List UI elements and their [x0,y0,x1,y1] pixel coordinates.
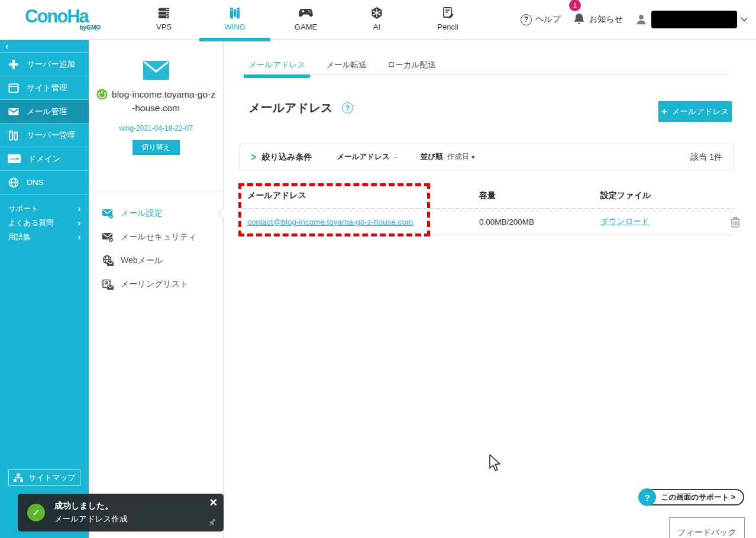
account-menu[interactable] [635,11,748,28]
submenu-item-mail-security[interactable]: メールセキュリティ [89,225,223,249]
power-status-icon [96,89,108,100]
nav-label: GAME [270,22,341,31]
sidebar-item-domain[interactable]: .com ドメイン [0,147,89,171]
submenu-item-label: メーリングリスト [121,279,188,290]
filter-label[interactable]: 絞り込み条件 [262,152,312,163]
help-button[interactable]: ? ヘルプ [521,14,561,25]
plus-icon [8,59,20,70]
submenu-item-mailing-list[interactable]: メーリングリスト [89,273,223,296]
sidebar-link-glossary[interactable]: 用語集 › [0,230,89,244]
col-header-mail-address: メールアドレス [247,190,479,201]
chevron-down-icon [741,17,748,22]
sidebar-secondary-links: サポート › よくある質問 › 用語集 › [0,202,89,244]
sidebar-item-add-server[interactable]: サーバー追加 [0,53,89,76]
mail-submenu: メール設定 メールセキュリティ Webメール メーリングリスト [89,192,223,296]
toast-title: 成功しました。 [54,501,113,511]
sidebar-link-support[interactable]: サポート › [0,202,89,216]
sidebar-item-site-management[interactable]: サイト管理 [0,76,89,100]
submenu-item-label: Webメール [121,255,163,266]
sort-value[interactable]: 作成日 [447,152,470,162]
app-header: ConoHa byGMO VPS WING GAME AI [0,0,756,40]
filter-expand-chevron-icon[interactable]: > [251,151,256,163]
screen-support-button[interactable]: ? この画面のサポート > [639,489,744,505]
result-count: 該当 1件 [690,152,722,163]
browser-window-icon [8,82,20,94]
quota-value: 0.00MB/200MB [479,218,600,226]
chevron-right-icon: › [77,232,80,242]
user-icon [635,13,648,26]
submenu-item-label: メールセキュリティ [121,232,197,242]
submenu-item-mail-settings[interactable]: メール設定 [89,202,223,225]
nav-item-pencil[interactable]: Pencil [412,0,483,40]
sidebar-item-label: サーバー追加 [27,59,75,70]
toast-close-icon[interactable]: × [209,495,217,510]
submenu-item-webmail[interactable]: Webメール [89,249,223,273]
config-download-link[interactable]: ダウンロード [600,216,731,227]
add-mail-address-button[interactable]: + メールアドレス [658,101,732,122]
mailing-list-icon [102,278,114,290]
filter-field-value[interactable]: - [395,153,397,161]
sidebar-link-faq[interactable]: よくある質問 › [0,216,89,230]
wing-icon [199,5,270,21]
sidebar-link-label: 用語集 [8,232,31,242]
logo-brand-text: ConoHa [25,7,102,25]
notifications-label: お知らせ [589,14,623,25]
sidebar-item-mail-management[interactable]: メール管理 [0,100,89,124]
tab-mail-forwarding[interactable]: メール転送 [321,59,371,78]
table-row: contact@blog-income.toyama-go-z-house.co… [240,208,734,235]
delete-mail-address-button[interactable] [731,216,742,228]
filter-field-label: メールアドレス [337,152,389,162]
support-question-icon: ? [638,488,656,506]
sort-caret-icon[interactable]: ▼ [470,154,476,160]
filter-bar: > 絞り込み条件 メールアドレス - 並び順 作成日 ▼ 該当 1件 [240,144,734,170]
nav-item-wing[interactable]: WING [199,0,270,40]
sidebar-item-dns[interactable]: DNS [0,171,89,195]
tab-local-delivery[interactable]: ローカル配送 [383,59,441,78]
col-header-quota: 容量 [479,190,600,201]
conoha-logo[interactable]: ConoHa byGMO [25,7,102,25]
webmail-icon [102,255,114,267]
feedback-button[interactable]: フィードバック [669,517,745,538]
logo-sub-text: byGMO [79,24,101,31]
server-panel: blog-income.toyama-go-z -house.com wing-… [89,40,224,538]
sidebar-item-label: サイト管理 [27,83,67,93]
primary-sidebar: ‹ サーバー追加 サイト管理 メール管理 サーバー管理 .com ドメイン DN… [0,40,89,538]
domain-com-icon: .com [8,154,21,163]
domain-icon-text: .com [9,157,19,161]
toast-message: メールアドレス作成 [54,514,127,524]
sidebar-collapse-toggle[interactable]: ‹ [0,40,89,53]
help-label: ヘルプ [535,14,561,25]
sitemap-label: サイトマップ [28,472,76,483]
notifications-button[interactable]: 1 お知らせ [573,12,623,27]
sidebar-item-server-management[interactable]: サーバー管理 [0,124,89,147]
nav-item-game[interactable]: GAME [270,0,341,40]
nav-item-ai[interactable]: AI [341,0,412,40]
success-check-icon: ✓ [27,504,45,521]
sidebar-item-label: サーバー管理 [27,130,75,141]
success-toast: ✓ 成功しました。 メールアドレス作成 × [18,494,224,531]
mail-address-link[interactable]: contact@blog-income.toyama-go-z-house.co… [247,218,479,226]
tab-mail-address[interactable]: メールアドレス [244,59,310,78]
chevron-right-icon: › [77,218,80,228]
nav-label: AI [341,22,412,31]
top-service-nav: VPS WING GAME AI Pencil [128,0,483,40]
switch-server-button[interactable]: 切り替え [133,140,180,155]
sitemap-icon [13,473,24,482]
toast-pin-icon[interactable] [208,518,217,527]
main-content: メールアドレス メール転送 ローカル配送 メールアドレス ? + メールアドレス… [224,40,756,538]
sort-label: 並び順 [421,152,443,162]
game-gamepad-icon [270,5,341,21]
domain-line1-text: blog-income.toyama-go-z [112,87,215,101]
notification-badge: 1 [569,0,581,11]
bell-icon [573,12,586,27]
sidebar-link-label: サポート [8,204,38,214]
header-utilities: ? ヘルプ 1 お知らせ [521,0,748,39]
page-title-row: メールアドレス ? [248,100,353,116]
domain-line2-text: -house.com [89,101,223,115]
col-header-config-file: 設定ファイル [600,190,731,201]
sitemap-button[interactable]: サイトマップ [8,469,80,486]
nav-label: WING [199,22,270,31]
nav-item-vps[interactable]: VPS [128,0,199,40]
title-help-icon[interactable]: ? [342,102,353,114]
table-header-row: メールアドレス 容量 設定ファイル [240,183,734,208]
